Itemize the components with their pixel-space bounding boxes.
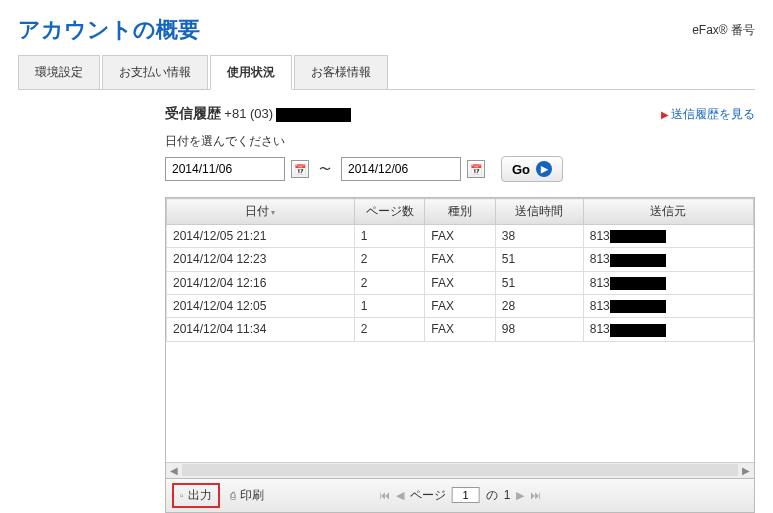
- header-right: eFax® 番号: [692, 22, 755, 39]
- phone-prefix: +81 (03): [224, 106, 273, 121]
- calendar-from-icon[interactable]: 📅: [291, 160, 309, 178]
- horizontal-scrollbar[interactable]: ◀ ▶: [166, 462, 754, 478]
- page-title: アカウントの概要: [18, 15, 200, 45]
- phone-redacted: [276, 108, 351, 122]
- scroll-left-icon[interactable]: ◀: [166, 465, 182, 476]
- cell-date: 2014/12/04 12:05: [167, 294, 355, 317]
- cell-date: 2014/12/04 12:23: [167, 248, 355, 271]
- col-pages[interactable]: ページ数: [354, 199, 424, 225]
- cell-sender: 813: [583, 271, 753, 294]
- page-input[interactable]: [452, 487, 480, 503]
- view-send-history-link[interactable]: ▶送信履歴を見る: [661, 106, 755, 123]
- export-button[interactable]: ▫ 出力: [172, 483, 220, 508]
- cell-duration: 98: [495, 318, 583, 341]
- cell-date: 2014/12/04 12:16: [167, 271, 355, 294]
- print-button[interactable]: ⎙ 印刷: [230, 487, 264, 504]
- tab-settings[interactable]: 環境設定: [18, 55, 100, 89]
- scroll-right-icon[interactable]: ▶: [738, 465, 754, 476]
- cell-date: 2014/12/04 11:34: [167, 318, 355, 341]
- tab-billing[interactable]: お支払い情報: [102, 55, 208, 89]
- cell-type: FAX: [425, 271, 495, 294]
- tabs: 環境設定 お支払い情報 使用状況 お客様情報: [18, 55, 755, 90]
- table-row[interactable]: 2014/12/05 21:211FAX38813: [167, 225, 754, 248]
- tilde: 〜: [319, 161, 331, 178]
- table-row[interactable]: 2014/12/04 12:051FAX28813: [167, 294, 754, 317]
- page-total: 1: [504, 488, 511, 502]
- cell-duration: 51: [495, 248, 583, 271]
- cell-type: FAX: [425, 294, 495, 317]
- col-type[interactable]: 種別: [425, 199, 495, 225]
- col-sender[interactable]: 送信元: [583, 199, 753, 225]
- grid-footer: ▫ 出力 ⎙ 印刷 ⏮ ◀ ページ の 1 ▶ ⏭: [165, 479, 755, 513]
- table-row[interactable]: 2014/12/04 12:232FAX51813: [167, 248, 754, 271]
- date-to-input[interactable]: [341, 157, 461, 181]
- cell-duration: 28: [495, 294, 583, 317]
- sort-icon: ▾: [271, 208, 275, 217]
- cell-pages: 1: [354, 294, 424, 317]
- col-duration[interactable]: 送信時間: [495, 199, 583, 225]
- table-row[interactable]: 2014/12/04 11:342FAX98813: [167, 318, 754, 341]
- date-prompt: 日付を選んでください: [165, 133, 755, 150]
- page-label: ページ: [410, 487, 446, 504]
- page-of: の: [486, 487, 498, 504]
- col-date[interactable]: 日付▾: [167, 199, 355, 225]
- cell-sender: 813: [583, 294, 753, 317]
- cell-sender: 813: [583, 318, 753, 341]
- pager-next-icon[interactable]: ▶: [516, 489, 524, 502]
- tab-usage[interactable]: 使用状況: [210, 55, 292, 90]
- pager-prev-icon[interactable]: ◀: [396, 489, 404, 502]
- cell-type: FAX: [425, 318, 495, 341]
- history-grid: 日付▾ ページ数 種別 送信時間 送信元 2014/12/05 21:211FA…: [165, 197, 755, 479]
- cell-pages: 2: [354, 318, 424, 341]
- cell-pages: 1: [354, 225, 424, 248]
- calendar-to-icon[interactable]: 📅: [467, 160, 485, 178]
- pager-first-icon[interactable]: ⏮: [379, 489, 390, 501]
- cell-duration: 51: [495, 271, 583, 294]
- tab-customer[interactable]: お客様情報: [294, 55, 388, 89]
- table-row[interactable]: 2014/12/04 12:162FAX51813: [167, 271, 754, 294]
- printer-icon: ⎙: [230, 490, 236, 501]
- cell-sender: 813: [583, 248, 753, 271]
- pager-last-icon[interactable]: ⏭: [530, 489, 541, 501]
- receive-history-heading: 受信履歴 +81 (03): [165, 105, 351, 123]
- cell-date: 2014/12/05 21:21: [167, 225, 355, 248]
- date-from-input[interactable]: [165, 157, 285, 181]
- play-icon: ▶: [536, 161, 552, 177]
- go-button[interactable]: Go ▶: [501, 156, 563, 182]
- arrow-right-icon: ▶: [661, 109, 669, 120]
- pager: ⏮ ◀ ページ の 1 ▶ ⏭: [379, 487, 542, 504]
- cell-type: FAX: [425, 248, 495, 271]
- cell-pages: 2: [354, 271, 424, 294]
- cell-pages: 2: [354, 248, 424, 271]
- cell-type: FAX: [425, 225, 495, 248]
- export-icon: ▫: [180, 490, 184, 501]
- cell-sender: 813: [583, 225, 753, 248]
- cell-duration: 38: [495, 225, 583, 248]
